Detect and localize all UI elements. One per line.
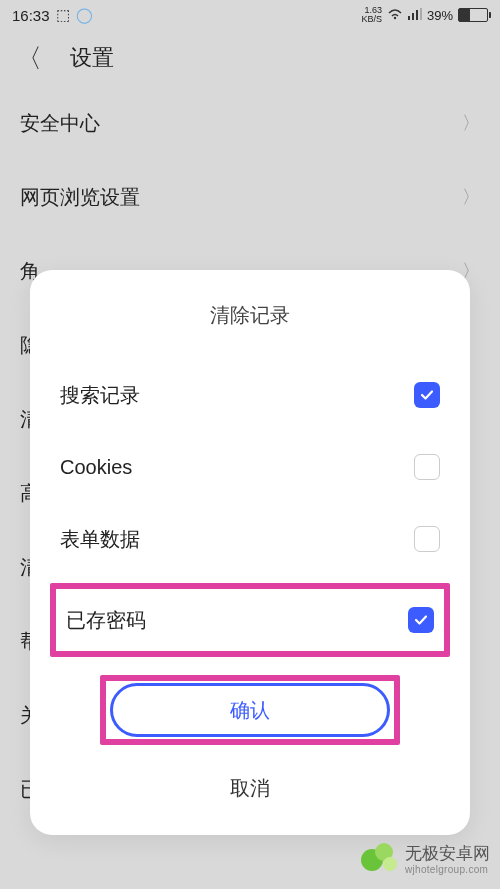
cancel-button[interactable]: 取消 — [60, 761, 440, 815]
settings-item-label: 网页浏览设置 — [20, 184, 140, 211]
watermark-logo-icon — [361, 841, 399, 879]
watermark-en: wjhotelgroup.com — [405, 864, 490, 875]
watermark-text: 无极安卓网 wjhotelgroup.com — [405, 845, 490, 875]
back-button[interactable]: 〈 — [16, 41, 42, 76]
cancel-label: 取消 — [230, 775, 270, 802]
checkbox-checked[interactable] — [408, 607, 434, 633]
option-label: Cookies — [60, 456, 132, 479]
confirm-button[interactable]: 确认 — [110, 683, 390, 737]
header: 〈 设置 — [0, 30, 500, 86]
checkbox-checked[interactable] — [414, 382, 440, 408]
status-icon-2: ◯ — [76, 6, 93, 24]
chevron-right-icon: 〉 — [462, 111, 480, 135]
status-right: 1.63 KB/S 39% — [361, 6, 488, 24]
settings-item-browsing[interactable]: 网页浏览设置 〉 — [20, 160, 480, 234]
option-label: 已存密码 — [66, 607, 146, 634]
wifi-icon — [387, 8, 403, 23]
option-search-history[interactable]: 搜索记录 — [60, 359, 440, 431]
battery-pct: 39% — [427, 8, 453, 23]
option-cookies[interactable]: Cookies — [60, 431, 440, 503]
dialog-title: 清除记录 — [60, 302, 440, 329]
checkbox-unchecked[interactable] — [414, 454, 440, 480]
chevron-right-icon: 〉 — [462, 185, 480, 209]
highlight-annotation: 已存密码 — [50, 583, 450, 657]
network-rate: 1.63 KB/S — [361, 6, 382, 24]
option-form-data[interactable]: 表单数据 — [60, 503, 440, 575]
svg-rect-3 — [416, 10, 418, 20]
settings-item-security[interactable]: 安全中心 〉 — [20, 86, 480, 160]
status-time: 16:33 — [12, 7, 50, 24]
highlight-annotation: 确认 — [100, 675, 400, 745]
option-saved-passwords[interactable]: 已存密码 — [66, 589, 434, 651]
signal-icon — [408, 8, 422, 23]
svg-rect-2 — [412, 13, 414, 20]
svg-rect-1 — [408, 16, 410, 20]
watermark-cn: 无极安卓网 — [405, 845, 490, 864]
status-bar: 16:33 ⬚ ◯ 1.63 KB/S 39% — [0, 0, 500, 30]
status-icon-1: ⬚ — [56, 6, 70, 24]
svg-rect-4 — [420, 8, 422, 20]
battery-icon — [458, 8, 488, 22]
watermark: 无极安卓网 wjhotelgroup.com — [361, 841, 490, 879]
status-left: 16:33 ⬚ ◯ — [12, 6, 93, 24]
confirm-label: 确认 — [230, 697, 270, 724]
page-title: 设置 — [70, 43, 114, 73]
checkbox-unchecked[interactable] — [414, 526, 440, 552]
settings-item-label: 安全中心 — [20, 110, 100, 137]
clear-records-dialog: 清除记录 搜索记录 Cookies 表单数据 已存密码 确认 取消 — [30, 270, 470, 835]
option-label: 搜索记录 — [60, 382, 140, 409]
svg-point-0 — [394, 16, 396, 18]
dialog-buttons: 确认 取消 — [60, 675, 440, 815]
option-label: 表单数据 — [60, 526, 140, 553]
